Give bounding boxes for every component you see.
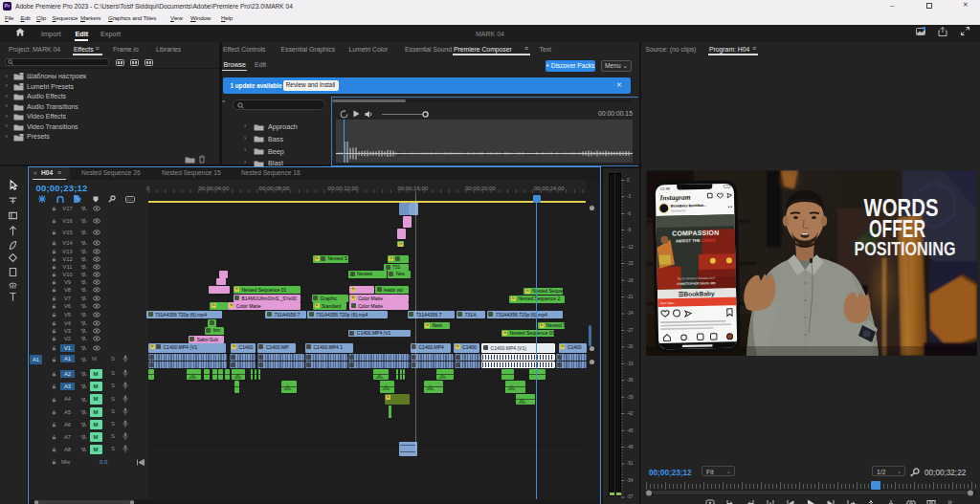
svg-text:AMIDST THE CHAOS: AMIDST THE CHAOS [676, 238, 716, 244]
svg-text:-15: -15 [627, 261, 634, 266]
svg-text:-27: -27 [627, 328, 634, 333]
svg-text:CC: CC [127, 197, 133, 202]
svg-text:Sponsored: Sponsored [671, 208, 686, 212]
svg-text:TALES FROM A TRAUMA UNIT: TALES FROM A TRAUMA UNIT [677, 276, 715, 281]
svg-text:-39: -39 [627, 395, 634, 400]
svg-text:-9: -9 [627, 228, 632, 232]
svg-text:-45: -45 [627, 428, 634, 433]
svg-text:-51: -51 [627, 461, 634, 466]
svg-text:-18: -18 [627, 278, 634, 283]
svg-text:-3: -3 [627, 194, 632, 199]
svg-text:-36: -36 [627, 378, 634, 383]
svg-text:-12: -12 [627, 245, 634, 250]
svg-text:-54: -54 [627, 478, 634, 483]
svg-text:Instagram: Instagram [658, 193, 690, 203]
svg-text:-57: -57 [627, 494, 634, 499]
svg-text:-24: -24 [627, 311, 634, 316]
svg-text:12:48: 12:48 [660, 186, 671, 191]
svg-text:COMPASSION: COMPASSION [672, 230, 719, 237]
svg-text:POSITIONING: POSITIONING [855, 238, 956, 259]
svg-text:-6: -6 [627, 211, 632, 216]
svg-text:-42: -42 [627, 411, 634, 416]
svg-text:-33: -33 [627, 362, 634, 366]
svg-text:-30: -30 [627, 344, 634, 349]
svg-text:BookBaby BookBab...: BookBaby BookBab... [671, 204, 707, 208]
svg-text:0: 0 [627, 178, 630, 183]
svg-text:-21: -21 [627, 295, 634, 299]
svg-text:-48: -48 [627, 445, 634, 449]
svg-text:Get Your...: Get Your... [660, 301, 677, 305]
